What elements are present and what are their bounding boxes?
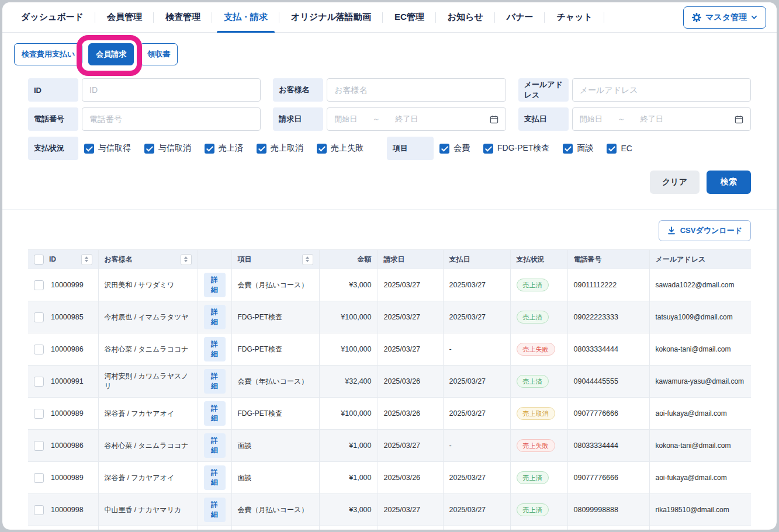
row-checkbox[interactable] bbox=[34, 409, 44, 419]
cell-phone: 08033334444 bbox=[567, 430, 649, 462]
cell-phone: 09077776666 bbox=[567, 462, 649, 494]
nav-item-ec[interactable]: EC管理 bbox=[383, 2, 436, 33]
cell-phone: 08099998888 bbox=[567, 494, 649, 526]
row-checkbox[interactable] bbox=[34, 312, 44, 322]
detail-button[interactable]: 詳細 bbox=[204, 273, 226, 297]
nav-item-inspections[interactable]: 検査管理 bbox=[154, 2, 212, 33]
row-checkbox[interactable] bbox=[34, 505, 44, 515]
cell-item: 会費（月払いコース） bbox=[231, 269, 319, 301]
checkbox-ec[interactable]: EC bbox=[607, 144, 632, 154]
billing-date-range-input[interactable]: 開始日 ～ 終了日 bbox=[327, 107, 506, 131]
cell-phone: 08033334444 bbox=[567, 333, 649, 366]
cell-customer: 河村安則 / カワムラヤスノリ bbox=[98, 366, 198, 398]
cell-payment-date: 2025/03/27 bbox=[443, 526, 510, 531]
cell-payment-date: 2025/03/27 bbox=[443, 301, 510, 333]
master-management-label: マスタ管理 bbox=[705, 12, 747, 23]
cell-payment-date: 2025/03/27 bbox=[443, 366, 510, 398]
cell-customer: 今村辰也 / イマムラタツヤ bbox=[98, 301, 198, 333]
cell-email: aoi-fukaya@dmail.com bbox=[649, 462, 751, 494]
detail-button[interactable]: 詳細 bbox=[204, 305, 226, 329]
nav-item-rakugo-videos[interactable]: オリジナル落語動画 bbox=[279, 2, 383, 33]
calendar-icon[interactable] bbox=[490, 115, 498, 124]
cell-email: rika198510@dmail.com bbox=[649, 494, 751, 526]
checkbox-label: 会費 bbox=[453, 143, 470, 154]
select-all-checkbox[interactable] bbox=[34, 255, 44, 265]
customer-name-filter-input[interactable] bbox=[327, 78, 506, 102]
checkbox-fdg-pet[interactable]: FDG-PET検査 bbox=[483, 143, 549, 154]
tab-receipt[interactable]: 領収書 bbox=[140, 43, 178, 65]
row-checkbox[interactable] bbox=[34, 473, 44, 483]
nav-item-chat[interactable]: チャット bbox=[545, 2, 604, 33]
cell-phone: 09011112222 bbox=[567, 269, 649, 301]
checkbox-checked-icon bbox=[439, 144, 449, 154]
header-email: メールアドレス bbox=[649, 250, 751, 269]
detail-button[interactable]: 詳細 bbox=[204, 465, 226, 490]
cell-amount: ¥100,000 bbox=[319, 301, 378, 333]
row-checkbox[interactable] bbox=[34, 280, 44, 290]
row-checkbox[interactable] bbox=[34, 441, 44, 451]
nav-item-notices[interactable]: お知らせ bbox=[436, 2, 495, 33]
cell-email: kawamura-yasu@dmail.com bbox=[649, 366, 751, 398]
table-header-row: ID お客様名 項目 金額 請求日 支払日 支払状況 電話番号 メールアドレス bbox=[28, 250, 751, 269]
nav-item-members[interactable]: 会員管理 bbox=[95, 2, 154, 33]
payment-status-checkboxes: 与信取得 与信取消 売上済 売上取消 売上失敗 bbox=[84, 143, 363, 154]
checkbox-sales-completed[interactable]: 売上済 bbox=[205, 143, 243, 154]
checkbox-sales-failed[interactable]: 売上失敗 bbox=[317, 143, 363, 154]
row-checkbox[interactable] bbox=[34, 377, 44, 387]
clear-button[interactable]: クリア bbox=[650, 171, 700, 194]
sort-icon-id[interactable] bbox=[81, 254, 92, 265]
app-window: ダッシュボード 会員管理 検査管理 支払・請求 オリジナル落語動画 EC管理 お… bbox=[2, 2, 777, 530]
checkbox-credit-acquired[interactable]: 与信取得 bbox=[84, 143, 131, 154]
payment-start-placeholder: 開始日 bbox=[580, 114, 603, 124]
detail-button[interactable]: 詳細 bbox=[204, 401, 226, 426]
nav-item-dashboard[interactable]: ダッシュボード bbox=[9, 2, 95, 33]
detail-button[interactable]: 詳細 bbox=[204, 498, 226, 522]
detail-button[interactable]: 詳細 bbox=[204, 369, 226, 394]
nav-item-payments-label: 支払・請求 bbox=[224, 12, 268, 23]
cell-email: sawada1022@dmail.com bbox=[649, 269, 751, 301]
checkbox-membership-fee[interactable]: 会費 bbox=[439, 143, 470, 154]
checkbox-label: 面談 bbox=[577, 143, 593, 154]
nav-item-banner[interactable]: バナー bbox=[495, 2, 545, 33]
nav-item-payments[interactable]: 支払・請求 bbox=[212, 2, 279, 33]
phone-filter-input[interactable] bbox=[82, 107, 261, 131]
checkbox-sales-canceled[interactable]: 売上取消 bbox=[257, 143, 303, 154]
csv-download-button[interactable]: CSVダウンロード bbox=[659, 220, 751, 241]
tab-inspection-payment[interactable]: 検査費用支払い bbox=[14, 43, 82, 65]
cell-email: kokona-tani@dmail.com bbox=[649, 333, 751, 366]
checkbox-checked-icon bbox=[483, 144, 493, 154]
email-filter-input[interactable] bbox=[572, 78, 751, 102]
row-checkbox[interactable] bbox=[34, 345, 44, 354]
id-filter-input[interactable] bbox=[82, 78, 261, 102]
cell-phone: 09022223333 bbox=[567, 301, 649, 333]
gear-icon bbox=[692, 13, 701, 22]
header-item: 項目 bbox=[238, 255, 252, 265]
tab-member-billing[interactable]: 会員請求 bbox=[88, 43, 134, 65]
table-row: 10000986 谷村心菜 / タニムラココナ 詳細 FDG-PET検査 ¥10… bbox=[28, 333, 751, 366]
cell-customer: 深谷蒼 / フカヤアオイ bbox=[98, 398, 198, 430]
search-button[interactable]: 検索 bbox=[707, 171, 751, 194]
cell-billing-date: 2025/03/27 bbox=[378, 430, 443, 462]
cell-amount: ¥3,000 bbox=[319, 494, 378, 526]
cell-amount: ¥100,000 bbox=[319, 333, 378, 366]
date-separator: ～ bbox=[618, 114, 625, 124]
detail-button[interactable]: 詳細 bbox=[204, 530, 226, 530]
checkbox-checked-icon bbox=[563, 144, 573, 154]
detail-button[interactable]: 詳細 bbox=[204, 433, 226, 458]
cell-payment-date: - bbox=[443, 333, 510, 366]
sub-tabs: 検査費用支払い 会員請求 領収書 bbox=[2, 33, 777, 71]
checkbox-interview[interactable]: 面談 bbox=[563, 143, 593, 154]
sort-icon-customer[interactable] bbox=[181, 254, 192, 265]
payment-date-range-input[interactable]: 開始日 ～ 終了日 bbox=[572, 107, 751, 131]
billing-date-filter-label: 請求日 bbox=[273, 107, 323, 131]
header-status: 支払状況 bbox=[510, 250, 567, 269]
cell-billing-date: 2025/03/27 bbox=[378, 494, 443, 526]
calendar-icon[interactable] bbox=[735, 115, 743, 124]
sort-icon-item[interactable] bbox=[302, 254, 313, 265]
checkbox-credit-canceled[interactable]: 与信取消 bbox=[144, 143, 191, 154]
cell-amount: ¥32,400 bbox=[319, 366, 378, 398]
cell-billing-date: 2025/03/27 bbox=[378, 301, 443, 333]
detail-button[interactable]: 詳細 bbox=[204, 337, 226, 361]
billing-table: ID お客様名 項目 金額 請求日 支払日 支払状況 電話番号 メールアドレス … bbox=[28, 249, 751, 530]
master-management-button[interactable]: マスタ管理 bbox=[683, 6, 766, 29]
